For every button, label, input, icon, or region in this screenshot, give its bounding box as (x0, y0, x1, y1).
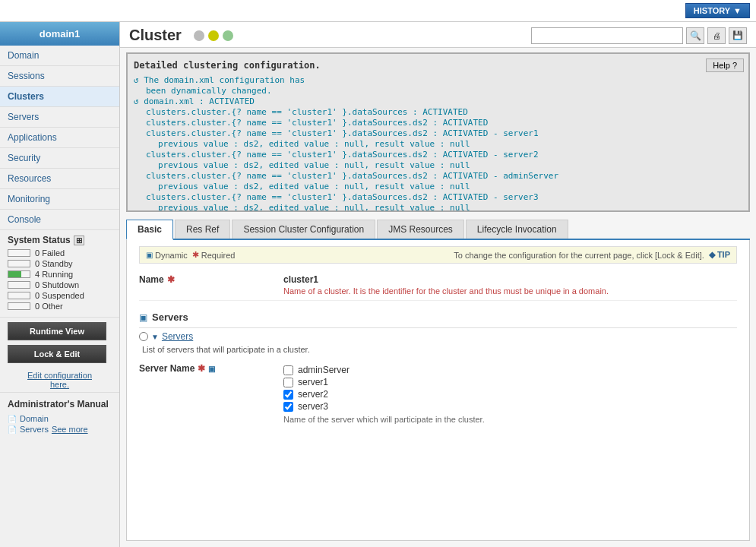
status-label: 0 Standby (35, 259, 73, 268)
sidebar-item-applications[interactable]: Applications (0, 128, 119, 148)
status-row: 4 Running (8, 270, 112, 279)
log-line: been dynamically changed. (146, 86, 742, 96)
server-label: server2 (298, 389, 328, 400)
server-item: server2 (283, 389, 485, 400)
sidebar-item-console[interactable]: Console (0, 210, 119, 230)
sidebar-title: domain1 (0, 22, 119, 46)
log-line: clusters.cluster.{? name == 'cluster1' }… (146, 128, 742, 138)
log-line: previous value : ds2, edited value : nul… (158, 182, 742, 191)
name-value: cluster1 (283, 274, 609, 285)
legend-dynamic: ▣ Dynamic (146, 251, 188, 260)
lock-edit-button[interactable]: Lock & Edit (8, 345, 106, 363)
save-icon-btn[interactable]: 💾 (729, 27, 747, 44)
log-line: previous value : ds2, edited value : nul… (158, 203, 742, 212)
help-button[interactable]: Help ? (706, 58, 744, 72)
status-label: 4 Running (35, 270, 73, 279)
name-required-star: ✱ (167, 274, 175, 285)
name-desc: Name of a cluster. It is the identifier … (283, 286, 609, 296)
status-label: 0 Suspended (35, 291, 84, 300)
runtime-view-button[interactable]: Runtime View (8, 322, 106, 340)
server-name-required: ✱ (198, 363, 205, 374)
system-status-title: System Status ⊞ (8, 235, 112, 245)
servers-section-title: Servers (152, 311, 188, 323)
edit-config-link[interactable]: Edit configuration here. (27, 371, 92, 389)
server-label: adminServer (298, 365, 350, 375)
server-checkbox-server1[interactable] (283, 378, 293, 387)
status-row: 0 Suspended (8, 291, 112, 300)
sidebar-item-clusters[interactable]: Clusters (0, 87, 119, 107)
status-row: 0 Standby (8, 259, 112, 268)
log-line: clusters.cluster.{? name == 'cluster1' }… (146, 107, 742, 117)
tab-lifecycle-invocation[interactable]: Lifecycle Invocation (466, 220, 568, 239)
log-line: clusters.cluster.{? name == 'cluster1' }… (146, 150, 742, 160)
legend-required: ✱ Required (192, 250, 236, 260)
servers-header-label[interactable]: Servers (162, 331, 193, 342)
page-title: Cluster (129, 27, 182, 44)
server-checkbox-server2[interactable] (283, 390, 293, 400)
log-line: ↺ The domain.xml configuration has (134, 75, 742, 85)
sidebar-item-resources[interactable]: Resources (0, 169, 119, 189)
search-icon-btn[interactable]: 🔍 (686, 27, 704, 44)
admin-manual-item[interactable]: 📄Domain (8, 414, 112, 423)
print-icon-btn[interactable]: 🖨 (707, 27, 726, 44)
server-name-dynamic-icon: ▣ (208, 365, 215, 373)
servers-radio[interactable] (139, 332, 148, 341)
log-line: clusters.cluster.{? name == 'cluster1' }… (146, 192, 742, 202)
history-label: HISTORY (694, 6, 730, 15)
status-row: 0 Shutdown (8, 280, 112, 289)
sidebar-item-security[interactable]: Security (0, 148, 119, 169)
log-line: clusters.cluster.{? name == 'cluster1' }… (146, 118, 742, 128)
tab-basic[interactable]: Basic (126, 220, 173, 240)
server-item: server3 (283, 401, 485, 412)
tip-bar: ▣ Dynamic ✱ Required To change the confi… (139, 246, 737, 264)
server-item: adminServer (283, 365, 485, 375)
tab-session-cluster-configuration[interactable]: Session Cluster Configuration (232, 220, 375, 239)
log-panel-title: Detailed clustering configuration. (134, 60, 742, 71)
status-row: 0 Failed (8, 248, 112, 258)
history-arrow-icon: ▼ (733, 6, 742, 15)
status-row: 0 Other (8, 302, 112, 311)
name-label: Name (139, 274, 164, 285)
status-label: 0 Shutdown (35, 280, 79, 289)
status-label: 0 Failed (35, 248, 65, 258)
tip-label: ◆ TIP (709, 250, 730, 260)
server-label: server1 (298, 377, 328, 387)
sidebar-item-monitoring[interactable]: Monitoring (0, 189, 119, 210)
history-button[interactable]: HISTORY ▼ (685, 3, 750, 18)
server-checkbox-adminServer[interactable] (283, 365, 293, 375)
log-line: clusters.cluster.{? name == 'cluster1' }… (146, 171, 742, 181)
log-line: ↺ domain.xml : ACTIVATED (134, 96, 742, 106)
status-dots (194, 30, 233, 41)
admin-manual-item[interactable]: 📄Servers See more (8, 425, 112, 434)
sidebar-item-servers[interactable]: Servers (0, 107, 119, 128)
servers-section-icon: ▣ (139, 312, 147, 323)
server-item: server1 (283, 377, 485, 387)
sidebar-item-domain[interactable]: Domain (0, 46, 119, 66)
log-line: previous value : ds2, edited value : nul… (158, 160, 742, 170)
server-name-label: Server Name (139, 363, 195, 374)
sidebar-item-sessions[interactable]: Sessions (0, 66, 119, 87)
log-line: previous value : ds2, edited value : nul… (158, 139, 742, 149)
server-name-desc: Name of the server which will participat… (283, 415, 485, 424)
tab-jms-resources[interactable]: JMS Resources (377, 220, 464, 239)
tab-res-ref[interactable]: Res Ref (175, 220, 230, 239)
search-input[interactable] (531, 27, 683, 44)
servers-desc: List of servers that will participate in… (142, 345, 737, 354)
admin-manual-title: Administrator's Manual (8, 399, 112, 409)
server-checkbox-server3[interactable] (283, 402, 293, 412)
server-label: server3 (298, 401, 328, 412)
status-label: 0 Other (35, 302, 63, 311)
